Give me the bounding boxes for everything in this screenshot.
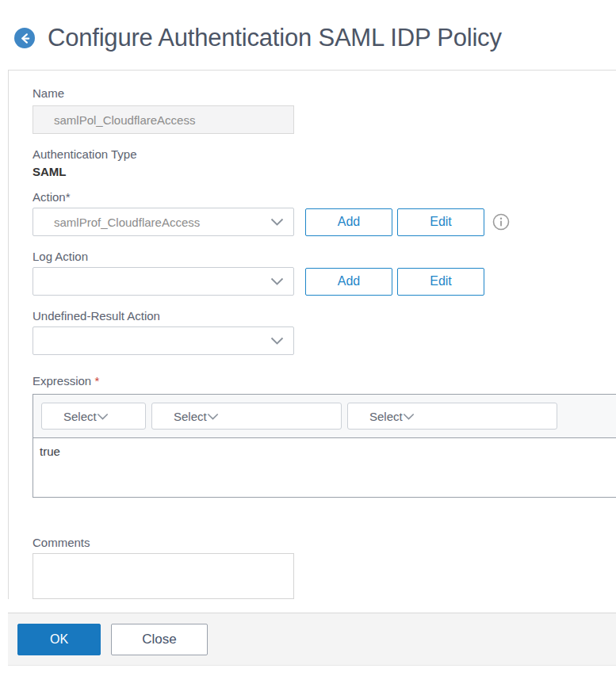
configure-saml-idp-policy-page: Configure Authentication SAML IDP Policy… xyxy=(0,0,616,695)
name-label: Name xyxy=(33,87,616,99)
authentication-type-label: Authentication Type xyxy=(33,148,616,160)
authentication-type-value: SAML xyxy=(33,166,616,178)
expression-operator-select-3[interactable]: Select xyxy=(347,403,557,430)
action-label: Action* xyxy=(33,191,616,203)
chevron-down-icon xyxy=(207,410,219,423)
required-asterisk: * xyxy=(94,374,99,388)
info-icon[interactable] xyxy=(492,213,510,231)
expression-editor: Select Select xyxy=(33,394,616,498)
action-select[interactable]: samlProf_CloudflareAccess xyxy=(33,208,294,236)
chevron-down-icon xyxy=(403,410,415,423)
page-header: Configure Authentication SAML IDP Policy xyxy=(0,0,616,70)
expression-label-text: Expression xyxy=(33,374,91,388)
log-action-edit-button[interactable]: Edit xyxy=(397,268,484,296)
form-panel: Name Authentication Type SAML Action* sa… xyxy=(8,70,616,599)
expression-operator-select-1-value: Select xyxy=(63,410,97,423)
arrow-left-icon xyxy=(19,32,31,44)
close-button[interactable]: Close xyxy=(111,624,208,655)
log-action-select[interactable] xyxy=(33,267,294,296)
expression-operator-select-3-value: Select xyxy=(369,410,403,423)
expression-toolbar: Select Select xyxy=(33,395,616,438)
action-add-button[interactable]: Add xyxy=(305,208,392,236)
comments-input[interactable] xyxy=(33,553,294,599)
comments-label: Comments xyxy=(33,537,616,548)
action-select-value: samlProf_CloudflareAccess xyxy=(54,216,200,229)
log-action-row: Add Edit xyxy=(33,267,616,296)
ok-button[interactable]: OK xyxy=(17,624,101,655)
chevron-down-icon xyxy=(270,275,284,288)
undefined-result-action-select[interactable] xyxy=(33,326,294,355)
footer-bar: OK Close xyxy=(8,613,616,666)
expression-input[interactable]: true xyxy=(33,438,616,497)
expression-operator-select-1[interactable]: Select xyxy=(41,403,146,430)
name-input xyxy=(33,105,294,134)
back-button[interactable] xyxy=(14,28,35,48)
expression-operator-select-2[interactable]: Select xyxy=(151,403,342,430)
form-content: Name Authentication Type SAML Action* sa… xyxy=(9,71,616,599)
page-title: Configure Authentication SAML IDP Policy xyxy=(48,24,502,52)
expression-label: Expression * xyxy=(33,375,616,387)
log-action-add-button[interactable]: Add xyxy=(305,268,392,296)
chevron-down-icon xyxy=(270,216,284,229)
log-action-label: Log Action xyxy=(33,250,616,262)
expression-operator-select-2-value: Select xyxy=(174,410,207,423)
chevron-down-icon xyxy=(97,410,109,423)
action-row: samlProf_CloudflareAccess Add Edit xyxy=(33,208,616,236)
undefined-result-action-label: Undefined-Result Action xyxy=(33,310,616,322)
action-edit-button[interactable]: Edit xyxy=(397,208,484,236)
chevron-down-icon xyxy=(270,334,284,348)
